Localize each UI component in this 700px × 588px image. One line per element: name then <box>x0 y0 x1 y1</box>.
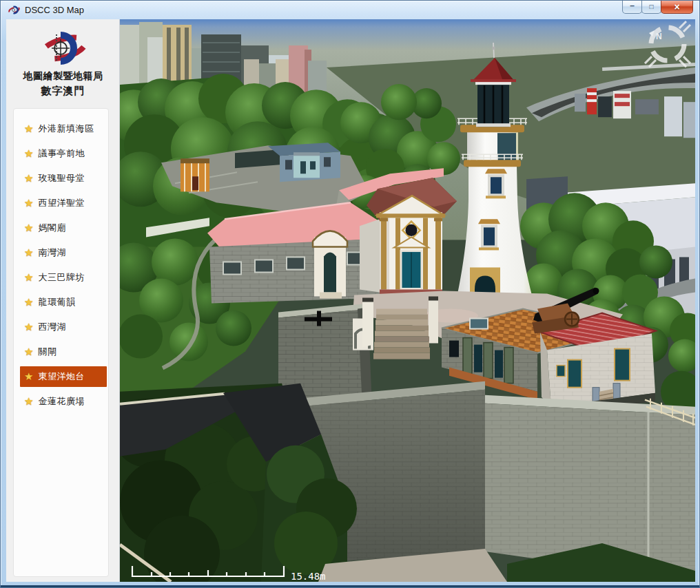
sidebar-item-sai-van-lake[interactable]: ★西灣湖 <box>20 317 107 337</box>
colonial-house <box>181 158 209 191</box>
compass-north-label: N <box>656 32 662 41</box>
sidebar-item-label: 西灣湖 <box>38 321 66 333</box>
guia-chapel <box>360 178 457 294</box>
close-button[interactable]: × <box>661 1 693 14</box>
sidebar-item-outer-harbour[interactable]: ★外港新填海區 <box>20 118 107 139</box>
lighthouse-window-upper <box>485 169 507 198</box>
sidebar: 地圖繪製暨地籍局 數字澳門 ★外港新填海區 ★議事亭前地 ★玫瑰聖母堂 ★西望洋… <box>6 19 120 582</box>
sidebar-item-label: 關閘 <box>38 346 56 358</box>
lighthouse-window-lower <box>478 219 500 250</box>
sidebar-item-border-gate[interactable]: ★關閘 <box>20 342 107 362</box>
sidebar-item-label: 大三巴牌坊 <box>38 271 85 284</box>
dscc-logo <box>38 30 89 66</box>
star-icon: ★ <box>24 370 33 383</box>
star-icon: ★ <box>24 395 33 408</box>
maximize-icon: □ <box>649 3 653 10</box>
window-controls: – □ × <box>623 1 693 14</box>
lantern-room <box>475 80 511 127</box>
star-icon: ★ <box>24 197 33 209</box>
sidebar-item-label: 外港新填海區 <box>38 123 94 135</box>
sidebar-item-guia-fortress[interactable]: ★東望洋炮台 <box>20 366 107 387</box>
star-icon: ★ <box>24 296 33 308</box>
sidebar-item-label: 南灣湖 <box>38 246 66 259</box>
minimize-icon: – <box>630 2 635 9</box>
window-frame-bottom <box>1 585 699 587</box>
scale-label: 15.48m <box>291 571 326 582</box>
star-icon: ★ <box>24 321 33 333</box>
sidebar-item-golden-lotus-square[interactable]: ★金蓮花廣場 <box>20 391 107 412</box>
app-logo-icon <box>8 5 20 15</box>
agency-logo-block: 地圖繪製暨地籍局 數字澳門 <box>6 30 120 98</box>
sidebar-item-a-ma-temple[interactable]: ★媽閣廟 <box>20 218 107 238</box>
star-icon: ★ <box>24 222 33 234</box>
scene-3d: N 15.48m <box>120 19 695 582</box>
sidebar-item-penha-church[interactable]: ★西望洋聖堂 <box>20 193 107 213</box>
maximize-button[interactable]: □ <box>641 1 661 14</box>
agency-name: 地圖繪製暨地籍局 <box>6 70 120 83</box>
sidebar-item-senado-square[interactable]: ★議事亭前地 <box>20 143 107 164</box>
sidebar-item-label: 金蓮花廣場 <box>38 395 85 408</box>
star-icon: ★ <box>24 271 33 284</box>
digital-macau-label: 數字澳門 <box>6 85 120 98</box>
sidebar-item-label: 西望洋聖堂 <box>38 197 85 209</box>
sidebar-item-label: 議事亭前地 <box>38 147 85 160</box>
finial-spike <box>493 43 494 58</box>
window-content: 地圖繪製暨地籍局 數字澳門 ★外港新填海區 ★議事亭前地 ★玫瑰聖母堂 ★西望洋… <box>6 19 695 582</box>
star-icon: ★ <box>24 123 33 135</box>
sidebar-item-label: 玫瑰聖母堂 <box>38 172 85 185</box>
sidebar-item-label: 龍環葡韻 <box>38 296 75 308</box>
title-bar[interactable]: DSCC 3D Map – □ × <box>1 1 699 19</box>
minimize-button[interactable]: – <box>622 1 642 14</box>
map-3d-viewport[interactable]: N 15.48m <box>120 19 695 582</box>
app-window: DSCC 3D Map – □ × 地圖繪製暨地籍局 數字澳門 <box>0 0 700 588</box>
star-icon: ★ <box>24 346 33 358</box>
window-title: DSCC 3D Map <box>25 5 84 15</box>
sidebar-item-label: 東望洋炮台 <box>38 370 85 383</box>
sidebar-item-nam-van-lake[interactable]: ★南灣湖 <box>20 242 107 263</box>
star-icon: ★ <box>24 147 33 160</box>
sidebar-item-label: 媽閣廟 <box>38 222 66 234</box>
star-icon: ★ <box>24 246 33 259</box>
sidebar-item-st-dominics-church[interactable]: ★玫瑰聖母堂 <box>20 168 107 189</box>
close-icon: × <box>674 3 679 10</box>
barracks-porch <box>313 231 347 298</box>
landmark-list: ★外港新填海區 ★議事亭前地 ★玫瑰聖母堂 ★西望洋聖堂 ★媽閣廟 ★南灣湖 ★… <box>13 108 109 577</box>
sidebar-item-taipa-houses[interactable]: ★龍環葡韻 <box>20 292 107 313</box>
star-icon: ★ <box>24 172 33 185</box>
sidebar-item-ruins-of-st-paul[interactable]: ★大三巴牌坊 <box>20 267 107 288</box>
